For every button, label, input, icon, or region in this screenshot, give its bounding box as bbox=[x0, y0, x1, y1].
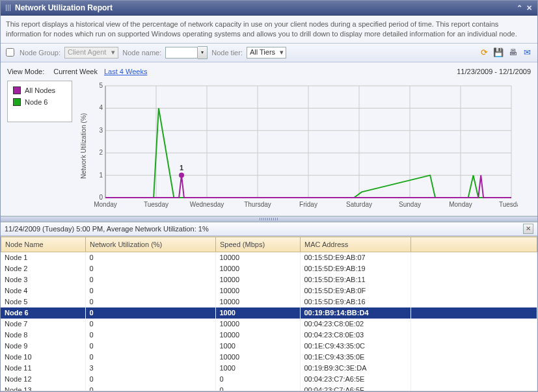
svg-text:5: 5 bbox=[99, 82, 103, 89]
table-row[interactable]: Node 120000:04:23:C7:A6:5E bbox=[1, 374, 537, 385]
cell-mac: 00:15:5D:E9:AB:16 bbox=[300, 296, 410, 307]
svg-text:2: 2 bbox=[99, 149, 103, 156]
col-node-name[interactable]: Node Name bbox=[1, 237, 86, 252]
collapse-icon[interactable]: ⌃ bbox=[517, 4, 522, 12]
cell-speed: 10000 bbox=[215, 274, 300, 285]
table-row[interactable]: Node 301000000:15:5D:E9:AB:11 bbox=[1, 274, 537, 285]
cell-speed: 1000 bbox=[215, 363, 300, 374]
node-tier-select[interactable]: All Tiers bbox=[247, 47, 286, 59]
table-row[interactable]: Node 701000000:04:23:C8:0E:02 bbox=[1, 319, 537, 330]
cell-mac: 00:04:23:C7:A6:5E bbox=[300, 374, 410, 385]
chart-plot: 012345MondayTuesdayWednesdayThursdayFrid… bbox=[88, 81, 531, 211]
cell-name: Node 5 bbox=[1, 296, 85, 307]
cell-mac: 00:04:23:C7:A6:5F bbox=[300, 385, 410, 391]
svg-text:0: 0 bbox=[99, 194, 103, 201]
cell-name: Node 4 bbox=[1, 285, 85, 296]
node-group-select[interactable]: Client Agent bbox=[64, 47, 118, 59]
legend-all-nodes: All Nodes bbox=[13, 86, 66, 94]
table-row[interactable]: Node 60100000:19:B9:14:BB:D4 bbox=[1, 307, 537, 319]
cell-mac: 00:1E:C9:43:35:0C bbox=[300, 341, 410, 352]
col-speed[interactable]: Speed (Mbps) bbox=[216, 237, 301, 252]
col-filler bbox=[411, 237, 537, 252]
cell-name: Node 11 bbox=[1, 363, 85, 374]
report-window: Network Utilization Report ⌃ ✕ This repo… bbox=[0, 0, 538, 392]
node-name-input[interactable] bbox=[165, 47, 198, 59]
cell-util: 0 bbox=[85, 285, 215, 296]
legend-label-all-nodes: All Nodes bbox=[25, 86, 55, 94]
cell-util: 3 bbox=[85, 363, 215, 374]
cell-util: 0 bbox=[85, 307, 215, 319]
detail-header: 11/24/2009 (Tuesday) 5:00 PM, Average Ne… bbox=[1, 222, 537, 236]
node-name-dropdown-button[interactable]: ▾ bbox=[198, 46, 208, 59]
cell-speed: 1000 bbox=[215, 341, 300, 352]
legend-node6: Node 6 bbox=[13, 98, 66, 106]
cell-name: Node 7 bbox=[1, 319, 85, 330]
cell-util: 0 bbox=[85, 374, 215, 385]
cell-speed: 10000 bbox=[215, 285, 300, 296]
grip-icon bbox=[6, 5, 11, 11]
table-row[interactable]: Node 113100000:19:B9:3C:3E:DA bbox=[1, 363, 537, 374]
detail-table: Node Name Network Utilization (%) Speed … bbox=[1, 236, 537, 391]
cell-name: Node 3 bbox=[1, 274, 85, 285]
svg-text:Wednesday: Wednesday bbox=[190, 201, 224, 208]
table-row[interactable]: Node 501000000:15:5D:E9:AB:16 bbox=[1, 296, 537, 307]
node-name-label: Node name: bbox=[122, 49, 161, 57]
date-range: 11/23/2009 - 12/1/2009 bbox=[457, 68, 531, 75]
col-mac[interactable]: MAC Address bbox=[301, 237, 411, 252]
cell-util: 0 bbox=[85, 352, 215, 363]
email-icon[interactable]: ✉ bbox=[522, 47, 532, 58]
legend-swatch-all-nodes bbox=[13, 86, 21, 94]
window-title: Network Utilization Report bbox=[15, 3, 113, 12]
svg-text:Tuesday: Tuesday bbox=[144, 201, 168, 208]
cell-util: 0 bbox=[85, 252, 215, 263]
splitter-handle[interactable] bbox=[1, 216, 537, 222]
svg-point-32 bbox=[179, 172, 184, 177]
cell-name: Node 2 bbox=[1, 263, 85, 274]
cell-mac: 00:19:B9:14:BB:D4 bbox=[300, 307, 410, 319]
legend-label-node6: Node 6 bbox=[25, 98, 47, 106]
cell-speed: 10000 bbox=[215, 319, 300, 330]
svg-text:1: 1 bbox=[180, 163, 183, 171]
node-tier-label: Node tier: bbox=[211, 49, 243, 57]
cell-util: 0 bbox=[85, 274, 215, 285]
cell-name: Node 6 bbox=[1, 307, 85, 319]
legend-swatch-node6 bbox=[13, 98, 21, 106]
table-row[interactable]: Node 801000000:04:23:C8:0E:03 bbox=[1, 330, 537, 341]
table-row[interactable]: Node 90100000:1E:C9:43:35:0C bbox=[1, 341, 537, 352]
cell-mac: 00:04:23:C8:0E:03 bbox=[300, 330, 410, 341]
cell-mac: 00:04:23:C8:0E:02 bbox=[300, 319, 410, 330]
view-mode-current[interactable]: Current Week bbox=[53, 68, 98, 75]
close-icon[interactable]: ✕ bbox=[526, 4, 532, 12]
view-mode-last4weeks[interactable]: Last 4 Weeks bbox=[104, 68, 147, 75]
table-row[interactable]: Node 130000:04:23:C7:A6:5F bbox=[1, 385, 537, 391]
svg-text:Tuesday: Tuesday bbox=[499, 201, 518, 208]
cell-util: 0 bbox=[85, 263, 215, 274]
cell-name: Node 13 bbox=[1, 385, 85, 391]
print-icon[interactable]: 🖶 bbox=[507, 47, 518, 58]
table-row[interactable]: Node 101000000:15:5D:E9:AB:07 bbox=[1, 252, 537, 263]
svg-text:Friday: Friday bbox=[299, 201, 317, 208]
cell-name: Node 8 bbox=[1, 330, 85, 341]
cell-speed: 10000 bbox=[215, 263, 300, 274]
cell-name: Node 9 bbox=[1, 341, 85, 352]
table-header-row: Node Name Network Utilization (%) Speed … bbox=[1, 237, 537, 252]
node-group-checkbox[interactable] bbox=[6, 48, 14, 57]
detail-close-button[interactable]: ✕ bbox=[523, 224, 533, 234]
view-mode-label: View Mode: bbox=[7, 68, 44, 75]
save-icon[interactable]: 💾 bbox=[493, 47, 504, 58]
cell-speed: 0 bbox=[215, 374, 300, 385]
view-mode-row: View Mode: Current Week Last 4 Weeks 11/… bbox=[1, 62, 537, 81]
table-row[interactable]: Node 401000000:15:5D:E9:AB:0F bbox=[1, 285, 537, 296]
table-row[interactable]: Node 201000000:15:5D:E9:AB:19 bbox=[1, 263, 537, 274]
table-row[interactable]: Node 1001000000:1E:C9:43:35:0E bbox=[1, 352, 537, 363]
cell-speed: 0 bbox=[215, 385, 300, 391]
cell-util: 0 bbox=[85, 319, 215, 330]
cell-name: Node 1 bbox=[1, 252, 85, 263]
detail-header-text: 11/24/2009 (Tuesday) 5:00 PM, Average Ne… bbox=[5, 225, 209, 233]
refresh-icon[interactable]: ⟳ bbox=[479, 47, 489, 58]
titlebar: Network Utilization Report ⌃ ✕ bbox=[1, 1, 537, 16]
col-network-util[interactable]: Network Utilization (%) bbox=[86, 237, 216, 252]
y-axis-label: Network Utilization (%) bbox=[79, 81, 88, 211]
table-scroll[interactable]: Node 101000000:15:5D:E9:AB:07Node 201000… bbox=[1, 252, 537, 391]
filter-bar: Node Group: Client Agent Node name: ▾ No… bbox=[1, 43, 537, 62]
